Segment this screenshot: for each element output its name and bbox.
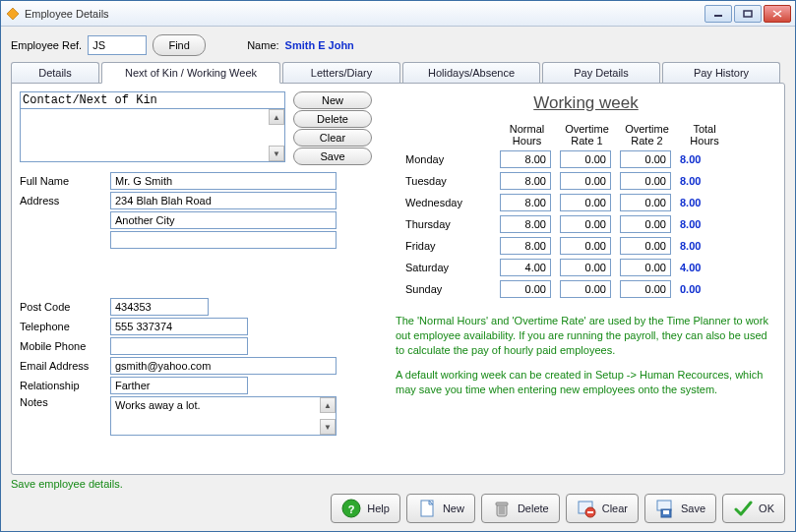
contact-header-input[interactable] <box>20 91 285 109</box>
new-icon <box>417 499 437 518</box>
wed-ot2-input[interactable] <box>620 194 671 211</box>
address1-input[interactable] <box>110 192 337 209</box>
scroll-up-icon[interactable]: ▲ <box>269 109 284 125</box>
mon-normal-input[interactable] <box>500 150 551 168</box>
clear-button[interactable]: Clear <box>566 494 639 523</box>
thu-ot2-input[interactable] <box>620 215 671 233</box>
day-label: Saturday <box>405 262 494 273</box>
email-input[interactable] <box>110 357 337 375</box>
employee-ref-input[interactable] <box>88 35 147 55</box>
postcode-label: Post Code <box>20 301 110 313</box>
clear-icon <box>577 499 596 518</box>
sat-total: 4.00 <box>680 262 729 273</box>
address2-input[interactable] <box>110 211 337 229</box>
window-title: Employee Details <box>25 8 704 20</box>
working-week-title: Working week <box>396 93 776 113</box>
tab-details[interactable]: Details <box>11 62 99 84</box>
mon-ot1-input[interactable] <box>560 150 611 168</box>
help-icon: ? <box>341 499 361 518</box>
save-icon <box>655 499 675 518</box>
fri-ot1-input[interactable] <box>560 237 611 255</box>
ok-icon <box>733 499 753 518</box>
col-total-hours: TotalHours <box>680 123 729 147</box>
telephone-label: Telephone <box>20 321 110 332</box>
day-label: Friday <box>405 240 494 252</box>
contact-listbox[interactable]: ▲ ▼ <box>20 109 285 162</box>
tab-holidays-absence[interactable]: Holidays/Absence <box>402 62 540 84</box>
tue-ot1-input[interactable] <box>560 172 611 190</box>
ok-button[interactable]: OK <box>722 494 785 523</box>
tue-normal-input[interactable] <box>500 172 551 190</box>
col-overtime2: OvertimeRate 2 <box>620 123 674 147</box>
mon-ot2-input[interactable] <box>620 150 671 168</box>
tab-pay-history[interactable]: Pay History <box>662 62 780 84</box>
tab-pay-details[interactable]: Pay Details <box>542 62 660 84</box>
tue-ot2-input[interactable] <box>620 172 671 190</box>
thu-total: 8.00 <box>680 218 729 230</box>
fri-ot2-input[interactable] <box>620 237 671 255</box>
working-week-grid: NormalHours OvertimeRate 1 OvertimeRate … <box>405 123 776 298</box>
tue-total: 8.00 <box>680 175 729 187</box>
employee-name-value: Smith E John <box>285 39 354 51</box>
kin-save-button[interactable]: Save <box>293 148 372 165</box>
tab-strip: Details Next of Kin / Working Week Lette… <box>1 62 795 84</box>
notes-scroll-down-icon[interactable]: ▼ <box>320 419 336 435</box>
address-label: Address <box>20 195 110 207</box>
minimize-button[interactable] <box>704 5 732 23</box>
sun-ot1-input[interactable] <box>560 280 611 298</box>
sat-ot1-input[interactable] <box>560 259 611 276</box>
day-label: Sunday <box>405 283 494 295</box>
wed-ot1-input[interactable] <box>560 194 611 211</box>
maximize-button[interactable] <box>734 5 762 23</box>
notes-input[interactable]: Works away a lot. ▲ ▼ <box>110 396 337 436</box>
new-button[interactable]: New <box>406 494 475 523</box>
name-label: Name: <box>247 39 278 51</box>
status-bar: Save employee details. <box>1 476 795 490</box>
sun-normal-input[interactable] <box>500 280 551 298</box>
tab-letters-diary[interactable]: Letters/Diary <box>282 62 400 84</box>
fri-total: 8.00 <box>680 240 729 252</box>
day-label: Thursday <box>405 218 494 230</box>
scroll-down-icon[interactable]: ▼ <box>269 146 284 161</box>
thu-ot1-input[interactable] <box>560 215 611 233</box>
sat-ot2-input[interactable] <box>620 259 671 276</box>
delete-button[interactable]: Delete <box>481 494 560 523</box>
sun-total: 0.00 <box>680 283 729 295</box>
bottom-toolbar: ? Help New Delete Clear Save OK <box>1 490 795 531</box>
delete-icon <box>492 499 512 518</box>
save-button[interactable]: Save <box>644 494 716 523</box>
day-label: Monday <box>405 153 494 165</box>
tab-panel: ▲ ▼ New Delete Clear Save Full Name Addr… <box>11 83 785 475</box>
telephone-input[interactable] <box>110 318 248 335</box>
thu-normal-input[interactable] <box>500 215 551 233</box>
wed-normal-input[interactable] <box>500 194 551 211</box>
sun-ot2-input[interactable] <box>620 280 671 298</box>
find-button[interactable]: Find <box>153 34 206 56</box>
mobile-input[interactable] <box>110 337 248 355</box>
close-button[interactable] <box>764 5 791 23</box>
svg-rect-2 <box>744 11 752 17</box>
titlebar: Employee Details <box>1 1 795 27</box>
sat-normal-input[interactable] <box>500 259 551 276</box>
full-name-input[interactable] <box>110 172 337 190</box>
notes-label: Notes <box>20 396 110 408</box>
address3-input[interactable] <box>110 231 337 249</box>
notes-scroll-up-icon[interactable]: ▲ <box>320 397 336 413</box>
svg-rect-16 <box>587 511 593 513</box>
relationship-label: Relationship <box>20 380 110 391</box>
day-label: Tuesday <box>405 175 494 187</box>
col-overtime1: OvertimeRate 1 <box>560 123 614 147</box>
employee-ref-label: Employee Ref. <box>11 39 82 51</box>
postcode-input[interactable] <box>110 298 209 316</box>
fri-normal-input[interactable] <box>500 237 551 255</box>
help-button[interactable]: ? Help <box>331 494 400 523</box>
relationship-input[interactable] <box>110 377 248 394</box>
kin-delete-button[interactable]: Delete <box>293 110 372 128</box>
employee-details-window: Employee Details Employee Ref. Find Name… <box>0 0 796 532</box>
tab-next-of-kin[interactable]: Next of Kin / Working Week <box>101 62 280 84</box>
help-text: The 'Normal Hours' and 'Overtime Rate' a… <box>396 314 776 396</box>
svg-rect-19 <box>663 510 669 514</box>
svg-text:?: ? <box>348 503 355 515</box>
kin-new-button[interactable]: New <box>293 91 372 109</box>
kin-clear-button[interactable]: Clear <box>293 129 372 147</box>
